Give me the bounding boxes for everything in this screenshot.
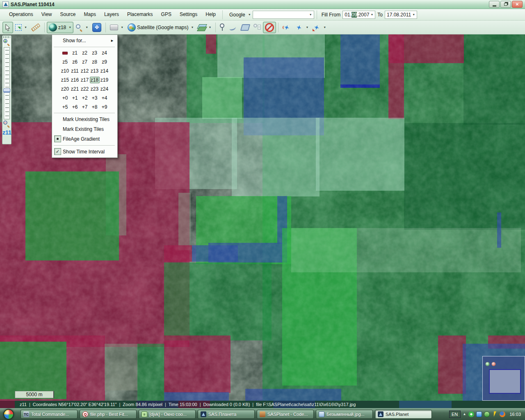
date-to-field[interactable]: 17.08.2011 ▼ (385, 11, 417, 19)
menu-gps[interactable]: GPS (157, 9, 176, 20)
map-type-button[interactable]: Satellite (Google maps) ▼ (126, 22, 196, 33)
chevron-down-icon[interactable]: ▼ (191, 26, 194, 29)
minimap-zoom-in-button[interactable]: + (485, 362, 490, 366)
menu-layers[interactable]: Layers (100, 9, 123, 20)
zoom-level-plus8[interactable]: +8 (90, 104, 100, 110)
zoom-level-z17[interactable]: z17 (80, 77, 90, 83)
zoom-level-z7[interactable]: z7 (80, 59, 90, 65)
chevron-down-icon[interactable]: ▼ (24, 26, 27, 29)
zoom-in-button[interactable]: + (3, 39, 10, 46)
path-button[interactable] (227, 22, 239, 33)
gps-connect-button[interactable]: ▼ (293, 22, 310, 33)
monitors-tray-icon[interactable] (476, 411, 482, 417)
close-button[interactable]: ✕ (512, 1, 523, 8)
placemark-list-button[interactable] (251, 22, 263, 33)
taskbar-button-4[interactable]: SAS.Планета (198, 410, 255, 419)
search-input[interactable]: ▼ (253, 11, 314, 19)
chevron-down-icon[interactable]: ▼ (306, 26, 308, 29)
chevron-down-icon[interactable]: ▼ (121, 26, 123, 29)
zoom-level-z20[interactable]: z20 (60, 86, 70, 92)
zoom-level-z19[interactable]: z19 (100, 77, 110, 83)
restore-button[interactable] (500, 1, 511, 8)
chevron-down-icon[interactable]: ▼ (85, 26, 88, 29)
zoom-level-z5[interactable]: z5 (60, 59, 70, 65)
zoom-level-plus9[interactable]: +9 (100, 104, 110, 110)
taskbar-button-5[interactable]: SASPlanet - Code... (257, 410, 314, 419)
chevron-down-icon[interactable]: ▼ (412, 13, 415, 16)
language-indicator[interactable]: EN (449, 411, 461, 418)
start-button[interactable] (3, 409, 14, 420)
selection-tool-button[interactable]: ▼ (13, 22, 29, 33)
minimap-viewport-rect[interactable] (489, 369, 521, 394)
zoom-slider[interactable] (4, 47, 10, 119)
menu-item-show-time-interval[interactable]: ✓ Show Time Interval (52, 147, 117, 157)
lightning-tray-icon[interactable] (492, 411, 498, 417)
menu-item-mark-existing[interactable]: Mark Existing Tiles (52, 124, 117, 134)
zoom-level-plus3[interactable]: +3 (90, 95, 100, 101)
gps-track-button[interactable]: ▼ (310, 22, 328, 33)
menu-operations[interactable]: Operations (5, 9, 37, 20)
menu-view[interactable]: View (37, 9, 56, 20)
zoom-level-z2[interactable]: z2 (80, 50, 90, 56)
cache-mode-button[interactable]: ▼ (108, 22, 126, 33)
polygon-button[interactable] (239, 22, 251, 33)
menu-maps[interactable]: Maps (80, 9, 100, 20)
zoom-level-z21[interactable]: z21 (70, 86, 80, 92)
zoom-level-z1[interactable]: z1 (70, 50, 80, 56)
menu-item-mark-unexisting[interactable]: Mark Unexisting Tiles (52, 114, 117, 124)
menu-item-show-for[interactable]: Show for... ► (52, 36, 117, 46)
zoom-level-z24[interactable]: z24 (100, 86, 110, 92)
gps-search-button[interactable] (281, 22, 293, 33)
flower-tray-icon[interactable] (468, 411, 474, 417)
zoom-slider-handle[interactable] (3, 89, 10, 93)
zoom-level-z8[interactable]: z8 (90, 59, 100, 65)
zoom-level-z4[interactable]: z4 (100, 50, 110, 56)
zoom-level-z9[interactable]: z9 (100, 59, 110, 65)
zoom-range-button[interactable]: z18 ▼ (47, 22, 73, 33)
zoom-level-z12[interactable]: z12 (80, 68, 90, 74)
magnifier-tool-button[interactable]: ▼ (73, 22, 90, 33)
zoom-level-plus4[interactable]: +4 (100, 95, 110, 101)
menu-source[interactable]: Source (56, 9, 80, 20)
taskbar-button-1[interactable]: TCTotal Commande... (21, 410, 78, 419)
hidden-icons-arrow[interactable]: ▲ (463, 412, 466, 416)
menu-item-fileage-gradient[interactable]: FileAge Gradient (52, 134, 117, 144)
zoom-out-button[interactable]: − (3, 121, 10, 128)
shield-tray-icon[interactable] (484, 411, 490, 417)
layers-button[interactable]: ▼ (196, 22, 213, 33)
taskbar-button-2[interactable]: Qfile.php - Best Fit... (80, 410, 137, 419)
zoom-level-plus1[interactable]: +1 (70, 95, 80, 101)
minimize-button[interactable] (489, 1, 500, 8)
disable-download-button[interactable] (263, 22, 276, 33)
map-viewport[interactable]: + − z11 Show for... ► z1z2z3z4z5z6z7z8z9… (0, 34, 525, 401)
menu-help[interactable]: Help (201, 9, 220, 20)
menu-settings[interactable]: Settings (176, 9, 201, 20)
minimap-panel[interactable]: + − (482, 356, 525, 401)
ruler-tool-button[interactable] (29, 22, 42, 33)
zoom-level-z22[interactable]: z22 (80, 86, 90, 92)
zoom-level-z11[interactable]: z11 (70, 68, 80, 74)
zoom-level-plus2[interactable]: +2 (80, 95, 90, 101)
zoom-level-z16[interactable]: z16 (70, 77, 80, 83)
minimap-zoom-out-button[interactable]: − (491, 362, 496, 366)
chevron-down-icon[interactable]: ▼ (370, 13, 373, 16)
chevron-down-icon[interactable]: ▼ (309, 13, 312, 16)
zoom-level-z23[interactable]: z23 (90, 86, 100, 92)
date-from-field[interactable]: 01.09.2007 ▼ (342, 11, 375, 19)
drag-grip[interactable] (3, 36, 10, 38)
taskbar-button-3[interactable]: ≡[djvk] - Окно соо... (139, 410, 196, 419)
menu-placemarks[interactable]: Placemarks (123, 9, 157, 20)
chevron-down-icon[interactable]: ▼ (208, 26, 211, 29)
zoom-level-z18[interactable]: z18 (90, 77, 100, 83)
zoom-level-z3[interactable]: z3 (90, 50, 100, 56)
zoom-level-z14[interactable]: z14 (100, 68, 110, 74)
placemark-button[interactable] (218, 22, 227, 33)
taskbar-button-7[interactable]: SAS.Planet (375, 410, 432, 419)
zoom-level-z15[interactable]: z15 (60, 77, 70, 83)
chevron-down-icon[interactable]: ▼ (68, 26, 71, 29)
zoom-level-z6[interactable]: z6 (70, 59, 80, 65)
cursor-tool-button[interactable] (2, 22, 13, 33)
zoom-level-plus6[interactable]: +6 (70, 104, 80, 110)
zoom-level-plus5[interactable]: +5 (60, 104, 70, 110)
zoom-level-plus0[interactable]: +0 (60, 95, 70, 101)
